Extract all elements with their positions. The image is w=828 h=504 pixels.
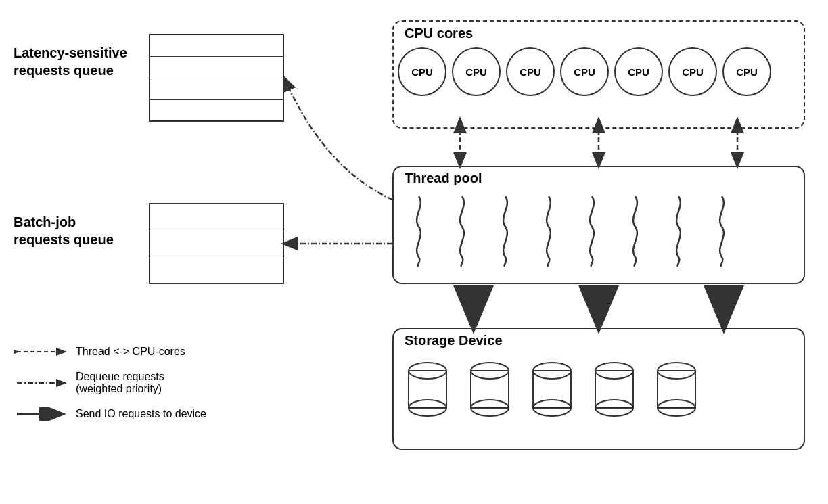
- cpu-circle-5: CPU: [614, 47, 663, 96]
- thread-wave-8: [706, 193, 738, 267]
- cpu-circle-1: CPU: [398, 47, 446, 96]
- cpu-circle-4: CPU: [560, 47, 609, 96]
- queue-row-2: [150, 57, 283, 78]
- cpu-circles: CPU CPU CPU CPU CPU CPU CPU: [398, 47, 771, 96]
- batch-queue-row-2: [150, 231, 283, 258]
- batch-queue-row-3: [150, 258, 283, 285]
- storage-label: Storage Device: [405, 333, 503, 348]
- thread-wave-6: [619, 193, 651, 267]
- queue-row-1: [150, 35, 283, 57]
- batch-queue-row-1: [150, 204, 283, 231]
- thread-wave-2: [446, 193, 478, 267]
- legend-item-dashed: Thread <-> CPU-cores: [14, 345, 206, 359]
- legend-dashed-text: Thread <-> CPU-cores: [76, 346, 185, 358]
- thread-wave-3: [489, 193, 522, 267]
- thread-wave-4: [532, 193, 565, 267]
- disk-3: [529, 357, 575, 425]
- queue-row-3: [150, 78, 283, 100]
- batch-queue-box: [149, 203, 284, 284]
- legend-solid-icon: [14, 407, 68, 421]
- legend-item-solid: Send IO requests to device: [14, 407, 206, 421]
- cpu-circle-2: CPU: [452, 47, 501, 96]
- thread-wave-7: [662, 193, 695, 267]
- cpu-circle-3: CPU: [506, 47, 555, 96]
- disk-4: [591, 357, 637, 425]
- legend-solid-text: Send IO requests to device: [76, 408, 206, 420]
- storage-disks: [405, 357, 699, 425]
- diagram: CPU cores CPU CPU CPU CPU CPU CPU CPU Th…: [0, 0, 828, 504]
- disk-5: [653, 357, 699, 425]
- latency-queue-label: Latency-sensitiverequests queue: [14, 44, 127, 79]
- queue-row-4: [150, 100, 283, 122]
- cpu-cores-label: CPU cores: [405, 26, 473, 41]
- disk-1: [405, 357, 451, 425]
- legend-dashed-icon: [14, 345, 68, 359]
- thread-pool-label: Thread pool: [405, 170, 482, 186]
- batch-queue-label: Batch-jobrequests queue: [14, 213, 114, 248]
- cpu-circle-6: CPU: [668, 47, 717, 96]
- legend-dashdot-icon: [14, 376, 68, 390]
- legend-item-dashdot: Dequeue requests(weighted priority): [14, 371, 206, 395]
- legend: Thread <-> CPU-cores Dequeue requests(we…: [14, 345, 206, 433]
- threads-container: [402, 193, 738, 267]
- thread-wave-1: [402, 193, 435, 267]
- disk-2: [467, 357, 513, 425]
- latency-queue-box: [149, 34, 284, 122]
- cpu-circle-7: CPU: [722, 47, 771, 96]
- thread-wave-5: [576, 193, 608, 267]
- legend-dashdot-text: Dequeue requests(weighted priority): [76, 371, 164, 395]
